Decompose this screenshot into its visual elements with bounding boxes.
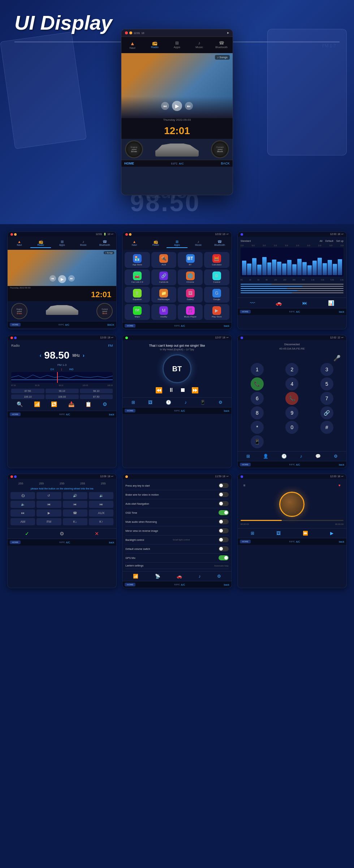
setting-5-toggle[interactable] (219, 519, 229, 524)
radio-nd-label[interactable]: IND (69, 368, 73, 371)
hero-tab-radio[interactable]: 📻 Radio (144, 39, 166, 51)
bt-fastforward-btn[interactable]: ⏩ (191, 387, 199, 394)
preset-4[interactable]: 106.10 (11, 394, 44, 399)
sw-next2-btn[interactable]: ⏭ (10, 509, 35, 517)
screen7-ac-btn[interactable]: A/C (66, 541, 70, 544)
app-maps-icon[interactable]: 🗺 Maps (125, 304, 150, 320)
screen5-grid-icon[interactable]: ⊞ (131, 400, 135, 405)
sw-vol-up-btn[interactable]: 🔊 (63, 492, 87, 499)
screen5-home-btn[interactable]: HOME (125, 409, 135, 412)
dial-star[interactable]: * (251, 421, 264, 434)
dial-7[interactable]: 7 (320, 392, 333, 405)
screen4-back-btn[interactable]: back (109, 413, 115, 416)
screen3-back-icon[interactable]: ↩ (341, 233, 344, 236)
screen4-home-btn[interactable]: HOME (10, 412, 21, 416)
setting-8-toggle[interactable] (219, 546, 229, 551)
screen2-nav-apps[interactable]: ⊞ Apps (167, 239, 187, 248)
bt-playpause-btn[interactable]: ⏸ (168, 387, 174, 394)
radio-settings-btn[interactable]: ⚙ (103, 401, 107, 407)
radio-next-btn[interactable]: › (83, 352, 85, 358)
app-eq-icon[interactable]: 🎚 Equalizer (125, 287, 150, 303)
dial-link-btn[interactable]: 🔗 (320, 406, 333, 419)
radio-save-btn[interactable]: 📥 (68, 401, 74, 407)
hero-back-label[interactable]: BACK (221, 162, 230, 165)
screen4-ac-btn[interactable]: A/C (66, 413, 70, 416)
dial-3[interactable]: 3 (320, 363, 333, 376)
music-progress-bar[interactable] (241, 520, 344, 521)
screen6-back-icon[interactable]: ↩ (341, 336, 344, 339)
radio-dx-label[interactable]: DX (51, 368, 54, 371)
app-play-icon[interactable]: ▶ Play Store (204, 304, 229, 320)
sw-vol-mid-btn[interactable]: 🔉 (89, 492, 113, 499)
sw-prev2-btn[interactable]: ⏮ (63, 501, 87, 508)
screen2-nav-navi[interactable]: ▲ Navi (124, 239, 144, 248)
app-control-icon[interactable]: ⚙ Control (204, 269, 229, 285)
sw-settings-btn[interactable]: ⚙ (60, 531, 64, 536)
dial-9[interactable]: 9 (285, 406, 298, 419)
sw-play-btn[interactable]: ▶ (36, 509, 61, 517)
app-file-icon[interactable]: 📁 FileManager (151, 287, 176, 303)
setting-7-toggle[interactable] (219, 537, 229, 542)
eq-slider-5[interactable] (241, 292, 344, 293)
preset-6[interactable]: 87.50 (80, 394, 113, 399)
hero-ac-btn[interactable]: A/C (179, 162, 184, 165)
sw-confirm-btn[interactable]: ✓ (25, 531, 29, 536)
setting-4-toggle[interactable] (219, 510, 229, 515)
screen3-skip-icon[interactable]: ⏭ (302, 300, 307, 306)
sw-extra1-btn[interactable]: K↓ (63, 518, 87, 525)
sw-prev-btn[interactable]: ⏮ (36, 501, 61, 508)
preset-5[interactable]: 108.00 (46, 394, 79, 399)
screen1-nav-bt[interactable]: ☎ Bluetooth (94, 239, 115, 248)
hero-next-btn[interactable]: ⏭ (185, 102, 193, 110)
radio-search-btn[interactable]: 🔍 (17, 401, 23, 407)
preset-3[interactable]: 98.10 (80, 389, 113, 393)
screen8-settings2-icon[interactable]: ⚙ (217, 574, 221, 579)
sw-next-btn[interactable]: ⏭ (89, 501, 113, 508)
screen6-music-icon[interactable]: ♪ (300, 454, 302, 459)
app-store-icon[interactable]: 🏪 App Store (125, 252, 150, 268)
screen5-ac-btn[interactable]: A/C (181, 410, 185, 412)
app-bt-icon[interactable]: BT BT (178, 252, 203, 268)
dial-0[interactable]: 0 (285, 421, 298, 434)
sw-vol-down-btn[interactable]: 🔈 (10, 501, 35, 508)
preset-2[interactable]: 90.10 (46, 389, 79, 393)
setting-3-toggle[interactable] (219, 501, 229, 506)
screen1-nav-apps[interactable]: ⊞ Apps (52, 239, 72, 248)
screen6-settings-icon[interactable]: ⚙ (334, 454, 338, 459)
screen8-back-btn[interactable]: back (224, 583, 229, 586)
dial-phone-icon[interactable]: 📱 (251, 435, 264, 448)
screen1-prev[interactable]: ⏮ (49, 275, 56, 282)
screen2-nav-bt[interactable]: ☎ Bluetooth (210, 239, 230, 248)
music-heart-icon[interactable]: ♥ (338, 483, 341, 487)
screen5-back-icon[interactable]: ↩ (226, 336, 229, 339)
screen6-back-btn[interactable]: back (339, 463, 344, 466)
screen9-home-btn[interactable]: HOME (240, 540, 251, 543)
screen6-contact-icon[interactable]: 👤 (263, 454, 268, 459)
sw-power-btn[interactable]: ⏻ (10, 492, 35, 499)
screen3-home-btn[interactable]: HOME (240, 310, 251, 313)
screen5-image-icon[interactable]: 🖼 (148, 400, 152, 405)
screen1-home-btn[interactable]: HOME (10, 323, 21, 326)
app-calc-icon[interactable]: 🧮 Calculator (204, 252, 229, 268)
setting-1-toggle[interactable] (219, 483, 229, 488)
setting-6-toggle[interactable] (219, 528, 229, 533)
radio-loop-btn[interactable]: 🔁 (51, 401, 57, 407)
preset-1[interactable]: 87.50 (11, 389, 44, 393)
dial-1[interactable]: 1 (251, 363, 264, 376)
screen8-music2-icon[interactable]: ♪ (198, 574, 200, 579)
screen9-back-icon[interactable]: ↩ (341, 475, 344, 478)
music-ff-icon[interactable]: ⏩ (303, 531, 308, 536)
screen3-ac-btn[interactable]: A/C (296, 311, 300, 313)
music-img-icon[interactable]: 🖼 (276, 531, 281, 536)
eq-slider-1[interactable] (241, 284, 344, 285)
screen6-ac-btn[interactable]: A/C (296, 463, 300, 466)
screen7-home-btn[interactable]: HOME (10, 540, 21, 544)
app-carblink-icon[interactable]: 🔗 CarbiLink (151, 269, 176, 285)
app-music-icon[interactable]: 🎵 Music Player (178, 304, 203, 320)
eq-slider-3[interactable] (241, 288, 344, 289)
screen2-home-btn[interactable]: HOME (125, 324, 135, 328)
screen2-back-icon[interactable]: ↩ (226, 233, 229, 236)
radio-prev-btn[interactable]: ‹ (40, 352, 42, 358)
eq-default-btn[interactable]: Default (325, 240, 333, 242)
screen6-grid-icon[interactable]: ⊞ (246, 454, 250, 459)
